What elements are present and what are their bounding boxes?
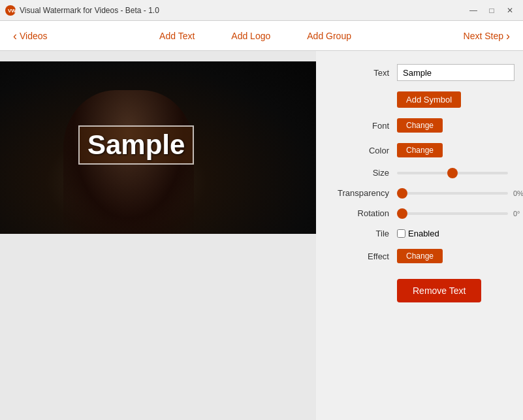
next-step-button[interactable]: Next Step [458, 27, 515, 44]
maximize-button[interactable]: □ [484, 4, 499, 17]
titlebar: VW Visual Watermark for Videos - Beta - … [0, 0, 523, 21]
toolbar-right: Next Step [458, 27, 515, 44]
app-title: Visual Watermark for Videos - Beta - 1.0 [20, 6, 466, 15]
left-panel: Sample [0, 51, 316, 420]
effect-control: Change [397, 249, 523, 263]
transparency-slider[interactable] [397, 192, 508, 195]
effect-change-button[interactable]: Change [397, 249, 443, 263]
effect-label: Effect [332, 251, 397, 261]
transparency-row: Transparency 0% [332, 188, 523, 198]
color-control: Change [397, 143, 523, 157]
transparency-control: 0% [397, 189, 523, 197]
add-logo-button[interactable]: Add Logo [226, 28, 276, 44]
chevron-left-icon [13, 30, 17, 42]
back-button[interactable]: Videos [8, 27, 53, 44]
back-label: Videos [20, 31, 48, 41]
tile-enabled-label: Enabled [408, 229, 439, 238]
rotation-slider[interactable] [397, 212, 508, 215]
main-content: Sample Text Add Symbol Font Change Color [0, 51, 523, 420]
add-symbol-row: Add Symbol [397, 91, 523, 108]
size-label: Size [332, 168, 397, 178]
transparency-value: 0% [513, 189, 523, 197]
close-button[interactable]: ✕ [502, 4, 518, 17]
text-row: Text [332, 64, 523, 81]
tile-label: Tile [332, 229, 397, 238]
svg-text:VW: VW [8, 8, 16, 14]
color-row: Color Change [332, 143, 523, 157]
effect-row: Effect Change [332, 249, 523, 263]
text-control [397, 64, 523, 81]
video-preview: Sample [0, 61, 316, 234]
color-label: Color [332, 146, 397, 155]
tile-control: Enabled [397, 229, 523, 238]
minimize-button[interactable]: — [466, 4, 481, 17]
size-row: Size [332, 168, 523, 178]
toolbar: Videos Add Text Add Logo Add Group Next … [0, 21, 523, 51]
window-controls: — □ ✕ [466, 4, 518, 17]
tile-checkbox[interactable] [397, 229, 405, 238]
toolbar-center: Add Text Add Logo Add Group [53, 28, 458, 44]
transparency-label: Transparency [332, 188, 397, 198]
rotation-control: 0° [397, 210, 523, 218]
remove-row: Remove Text [332, 274, 523, 302]
font-label: Font [332, 121, 397, 131]
size-slider[interactable] [397, 172, 508, 174]
app-icon: VW [5, 5, 16, 16]
rotation-label: Rotation [332, 208, 397, 218]
text-input[interactable] [397, 64, 515, 81]
rotation-value: 0° [513, 210, 523, 218]
remove-text-button[interactable]: Remove Text [397, 279, 481, 302]
text-label: Text [332, 68, 397, 78]
right-panel: Text Add Symbol Font Change Color Change… [316, 51, 523, 420]
add-symbol-button[interactable]: Add Symbol [397, 91, 461, 108]
size-control [397, 172, 523, 174]
rotation-row: Rotation 0° [332, 208, 523, 218]
add-group-button[interactable]: Add Group [302, 28, 357, 44]
font-control: Change [397, 118, 523, 133]
next-step-label: Next Step [464, 31, 503, 41]
watermark-text: Sample [87, 129, 185, 160]
add-text-button[interactable]: Add Text [154, 28, 200, 44]
font-row: Font Change [332, 118, 523, 133]
watermark-box[interactable]: Sample [78, 125, 194, 165]
tile-row: Tile Enabled [332, 229, 523, 238]
color-change-button[interactable]: Change [397, 143, 443, 157]
font-change-button[interactable]: Change [397, 118, 443, 133]
toolbar-left: Videos [8, 27, 53, 44]
chevron-right-icon [506, 30, 510, 42]
